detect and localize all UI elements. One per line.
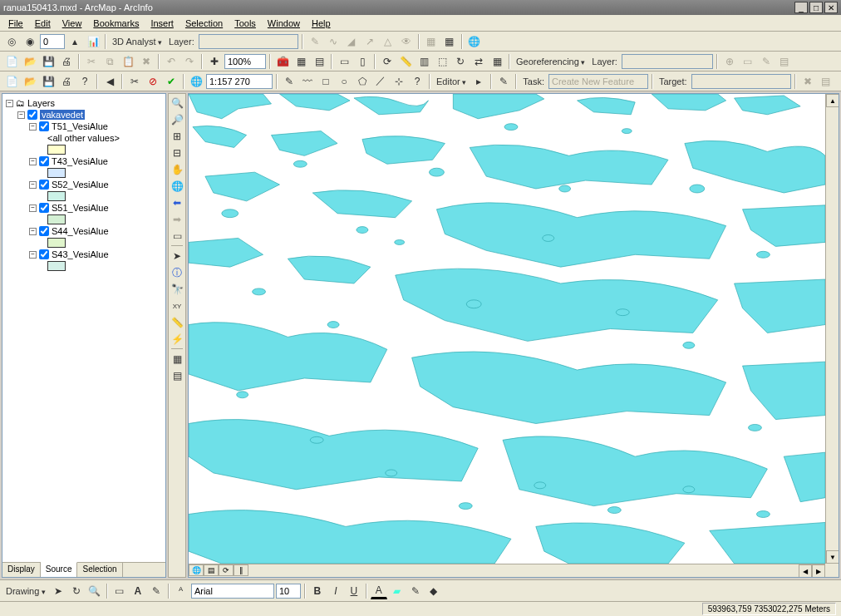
line-color-icon[interactable]: ✎ bbox=[407, 583, 424, 599]
layer-stack-icon[interactable]: ▦ bbox=[423, 33, 440, 50]
layer-label[interactable]: T51_VesiAlue bbox=[52, 121, 108, 131]
add-data-icon[interactable]: ✚ bbox=[206, 53, 223, 70]
target-combo[interactable] bbox=[691, 74, 791, 89]
marker-color-icon[interactable]: ◆ bbox=[425, 583, 442, 599]
spinner-up-icon[interactable]: ▴ bbox=[66, 33, 83, 50]
font-combo[interactable] bbox=[191, 584, 274, 599]
drawing-dropdown[interactable]: Drawing bbox=[3, 586, 48, 596]
scroll-right-icon[interactable]: ▶ bbox=[812, 564, 825, 578]
control-point-icon[interactable]: ⊕ bbox=[721, 53, 738, 70]
task-combo[interactable] bbox=[548, 74, 648, 89]
georeferencing-dropdown[interactable]: Georeferencing bbox=[514, 57, 588, 67]
toc-layer[interactable]: − S52_VesiAlue bbox=[6, 179, 162, 190]
sketch-prop-icon[interactable]: ▤ bbox=[818, 73, 834, 90]
scroll-up-icon[interactable]: ▲ bbox=[826, 94, 839, 107]
layer-swatch[interactable] bbox=[47, 238, 66, 248]
catalog-icon[interactable]: ▤ bbox=[311, 53, 327, 70]
save-icon[interactable]: 💾 bbox=[40, 53, 57, 70]
close-button[interactable]: ✕ bbox=[824, 2, 838, 13]
measure-icon[interactable]: 📏 bbox=[397, 53, 414, 70]
circle-icon[interactable]: ○ bbox=[336, 73, 352, 90]
prev-icon[interactable]: ◀ bbox=[101, 73, 118, 90]
minimize-button[interactable]: _ bbox=[794, 2, 808, 13]
copy-icon[interactable]: ⧉ bbox=[101, 53, 118, 70]
italic-icon[interactable]: I bbox=[327, 583, 344, 599]
target-icon[interactable]: ◎ bbox=[3, 33, 20, 50]
identify-icon[interactable]: ⓘ bbox=[170, 265, 184, 280]
layer-label[interactable]: S43_VesiAlue bbox=[52, 249, 109, 259]
layer-swatch[interactable] bbox=[47, 191, 66, 201]
help-icon[interactable]: ? bbox=[76, 73, 93, 90]
paste-icon[interactable]: 📋 bbox=[120, 53, 136, 70]
select-layer-icon[interactable]: ▥ bbox=[416, 53, 432, 70]
toc-layer[interactable]: − S44_VesiAlue bbox=[6, 225, 162, 237]
menu-selection[interactable]: Selection bbox=[180, 17, 228, 30]
delete-icon[interactable]: ✖ bbox=[138, 53, 155, 70]
rotate2-icon[interactable]: ↻ bbox=[68, 583, 85, 599]
find-icon[interactable]: 🔭 bbox=[170, 282, 184, 297]
toc-layer-vakavedet[interactable]: − vakavedet bbox=[6, 109, 162, 121]
pointer2-icon[interactable]: ➤ bbox=[50, 583, 66, 599]
graph-icon[interactable]: 📊 bbox=[85, 33, 101, 50]
collapse-icon[interactable]: − bbox=[29, 205, 37, 212]
layer-label[interactable]: S52_VesiAlue bbox=[52, 180, 109, 190]
ok-icon[interactable]: ✔ bbox=[163, 73, 180, 90]
font-size-combo[interactable] bbox=[276, 584, 301, 599]
scale-icon[interactable]: 🌐 bbox=[188, 73, 204, 90]
rectify-icon[interactable]: ▦ bbox=[489, 53, 505, 70]
font-color-icon[interactable]: A bbox=[371, 583, 387, 599]
rectangle-icon[interactable]: ▭ bbox=[111, 583, 128, 599]
collapse-icon[interactable]: − bbox=[29, 123, 37, 131]
georef-layer-combo[interactable] bbox=[622, 54, 713, 69]
font-icon[interactable]: ᴬ bbox=[173, 583, 189, 599]
sketch-icon[interactable]: ✎ bbox=[281, 73, 298, 90]
time-icon[interactable]: ▤ bbox=[170, 368, 184, 383]
line-icon[interactable]: ／ bbox=[372, 73, 389, 90]
view-link-icon[interactable]: ▤ bbox=[776, 53, 793, 70]
globe-icon[interactable]: ◉ bbox=[22, 33, 38, 50]
flip-icon[interactable]: ⇄ bbox=[470, 53, 487, 70]
polygon-icon[interactable]: ⬠ bbox=[354, 73, 371, 90]
square-icon[interactable]: □ bbox=[317, 73, 334, 90]
toc-tab-selection[interactable]: Selection bbox=[77, 563, 122, 577]
viewshed-icon[interactable]: 👁 bbox=[398, 33, 415, 50]
forward-icon[interactable]: ➡ bbox=[170, 212, 184, 227]
toc-layer[interactable]: − S51_VesiAlue bbox=[6, 202, 162, 214]
zoom-combo[interactable] bbox=[224, 54, 266, 69]
toc-tab-source[interactable]: Source bbox=[41, 562, 78, 577]
layer-label[interactable]: S44_VesiAlue bbox=[52, 226, 109, 236]
layer-label-selected[interactable]: vakavedet bbox=[40, 110, 85, 120]
goto-xy-icon[interactable]: XY bbox=[170, 298, 184, 313]
collapse-icon[interactable]: − bbox=[29, 158, 37, 165]
frame-zoom-out-icon[interactable]: ⊟ bbox=[170, 145, 184, 160]
slope-icon[interactable]: ◢ bbox=[343, 33, 360, 50]
collapse-icon[interactable]: − bbox=[17, 111, 25, 119]
toc-root[interactable]: − 🗂 Layers bbox=[6, 97, 162, 109]
layer-checkbox[interactable] bbox=[27, 110, 37, 120]
pointer-icon[interactable]: ➤ bbox=[170, 249, 184, 264]
map-canvas[interactable]: ▲ ▼ 🌐 ▤ ⟳ ‖ ◀ ▶ bbox=[188, 93, 839, 578]
zoom-layer-icon[interactable]: 🔍 bbox=[86, 583, 103, 599]
layer-swatch[interactable] bbox=[47, 214, 66, 224]
zoom-in-icon[interactable]: 🔍 bbox=[170, 96, 184, 111]
warp-icon[interactable]: ⬚ bbox=[434, 53, 450, 70]
full-extent-icon[interactable]: 🌐 bbox=[170, 179, 184, 194]
back-icon[interactable]: ⬅ bbox=[170, 195, 184, 210]
maximize-button[interactable]: □ bbox=[809, 2, 823, 13]
layer-checkbox[interactable] bbox=[39, 226, 49, 236]
autoregister-icon[interactable]: ✎ bbox=[758, 53, 775, 70]
arcscene-icon[interactable]: 🌐 bbox=[466, 33, 483, 50]
attrib-icon[interactable]: ✖ bbox=[799, 73, 816, 90]
edit-pointer-icon[interactable]: ▸ bbox=[470, 73, 487, 90]
data-view-button[interactable]: 🌐 bbox=[189, 564, 204, 576]
map-scrollbar-vertical[interactable]: ▲ ▼ bbox=[825, 94, 839, 564]
toolbox-icon[interactable]: 🧰 bbox=[274, 53, 291, 70]
layout-view-button[interactable]: ▤ bbox=[204, 564, 219, 576]
underline-icon[interactable]: U bbox=[346, 583, 362, 599]
steep-icon[interactable]: △ bbox=[380, 33, 396, 50]
menu-view[interactable]: View bbox=[57, 17, 87, 30]
toc-layer[interactable]: − S43_VesiAlue bbox=[6, 249, 162, 260]
undo-icon[interactable]: ↶ bbox=[163, 53, 180, 70]
layer-checkbox[interactable] bbox=[39, 203, 49, 213]
layer-combo-1[interactable] bbox=[199, 34, 298, 49]
